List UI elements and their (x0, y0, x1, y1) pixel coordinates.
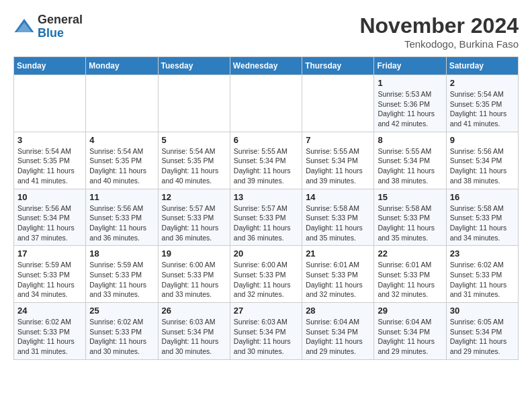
calendar-cell: 29Sunrise: 6:04 AM Sunset: 5:34 PM Dayli… (374, 303, 446, 360)
day-info: Sunrise: 5:54 AM Sunset: 5:35 PM Dayligh… (89, 146, 154, 186)
calendar-cell: 8Sunrise: 5:55 AM Sunset: 5:34 PM Daylig… (374, 132, 446, 189)
calendar-week-row: 3Sunrise: 5:54 AM Sunset: 5:35 PM Daylig… (14, 132, 519, 189)
day-info: Sunrise: 5:59 AM Sunset: 5:33 PM Dayligh… (89, 260, 154, 300)
calendar-cell (302, 75, 374, 132)
calendar-cell: 3Sunrise: 5:54 AM Sunset: 5:35 PM Daylig… (14, 132, 86, 189)
day-info: Sunrise: 5:56 AM Sunset: 5:34 PM Dayligh… (450, 146, 515, 186)
calendar-cell: 4Sunrise: 5:54 AM Sunset: 5:35 PM Daylig… (86, 132, 158, 189)
day-number: 9 (450, 135, 515, 145)
calendar-cell: 15Sunrise: 5:58 AM Sunset: 5:33 PM Dayli… (374, 189, 446, 246)
calendar-cell: 1Sunrise: 5:53 AM Sunset: 5:36 PM Daylig… (374, 75, 446, 132)
day-number: 6 (234, 135, 298, 145)
day-number: 2 (450, 78, 515, 88)
day-number: 11 (89, 192, 154, 202)
day-number: 16 (450, 192, 515, 202)
calendar-cell: 20Sunrise: 6:00 AM Sunset: 5:33 PM Dayli… (230, 246, 302, 303)
day-info: Sunrise: 6:03 AM Sunset: 5:34 PM Dayligh… (234, 317, 298, 357)
calendar-cell: 14Sunrise: 5:58 AM Sunset: 5:33 PM Dayli… (302, 189, 374, 246)
logo-general: General (38, 13, 83, 26)
calendar-cell: 9Sunrise: 5:56 AM Sunset: 5:34 PM Daylig… (446, 132, 518, 189)
calendar-week-row: 17Sunrise: 5:59 AM Sunset: 5:33 PM Dayli… (14, 246, 519, 303)
day-number: 22 (378, 248, 442, 259)
day-number: 30 (450, 306, 515, 316)
calendar-cell: 30Sunrise: 6:05 AM Sunset: 5:34 PM Dayli… (446, 303, 518, 360)
weekday-header-row: SundayMondayTuesdayWednesdayThursdayFrid… (14, 57, 519, 75)
weekday-header: Wednesday (230, 57, 302, 75)
calendar-cell: 25Sunrise: 6:02 AM Sunset: 5:33 PM Dayli… (86, 303, 158, 360)
logo-icon (13, 16, 35, 38)
day-info: Sunrise: 5:57 AM Sunset: 5:33 PM Dayligh… (234, 203, 298, 243)
calendar-cell (230, 75, 302, 132)
calendar-cell: 23Sunrise: 6:02 AM Sunset: 5:33 PM Dayli… (446, 246, 518, 303)
day-info: Sunrise: 5:54 AM Sunset: 5:35 PM Dayligh… (162, 146, 226, 186)
day-info: Sunrise: 6:02 AM Sunset: 5:33 PM Dayligh… (17, 317, 82, 357)
day-info: Sunrise: 5:55 AM Sunset: 5:34 PM Dayligh… (234, 146, 298, 186)
day-info: Sunrise: 6:05 AM Sunset: 5:34 PM Dayligh… (450, 317, 515, 357)
day-number: 29 (378, 306, 442, 316)
calendar-cell: 5Sunrise: 5:54 AM Sunset: 5:35 PM Daylig… (158, 132, 230, 189)
day-number: 3 (17, 135, 82, 145)
day-number: 7 (306, 135, 370, 145)
calendar-cell: 11Sunrise: 5:56 AM Sunset: 5:33 PM Dayli… (86, 189, 158, 246)
day-number: 20 (234, 248, 298, 259)
day-info: Sunrise: 5:58 AM Sunset: 5:33 PM Dayligh… (450, 203, 515, 243)
day-number: 1 (378, 78, 442, 88)
weekday-header: Friday (374, 57, 446, 75)
day-number: 26 (162, 306, 226, 316)
day-info: Sunrise: 5:54 AM Sunset: 5:35 PM Dayligh… (450, 89, 515, 129)
day-info: Sunrise: 5:56 AM Sunset: 5:33 PM Dayligh… (89, 203, 154, 243)
calendar-cell: 18Sunrise: 5:59 AM Sunset: 5:33 PM Dayli… (86, 246, 158, 303)
calendar-cell: 24Sunrise: 6:02 AM Sunset: 5:33 PM Dayli… (14, 303, 86, 360)
day-info: Sunrise: 5:55 AM Sunset: 5:34 PM Dayligh… (378, 146, 442, 186)
day-info: Sunrise: 5:57 AM Sunset: 5:33 PM Dayligh… (162, 203, 226, 243)
day-info: Sunrise: 5:54 AM Sunset: 5:35 PM Dayligh… (17, 146, 82, 186)
day-info: Sunrise: 6:02 AM Sunset: 5:33 PM Dayligh… (89, 317, 154, 357)
day-number: 25 (89, 306, 154, 316)
month-title: November 2024 (359, 13, 519, 38)
weekday-header: Monday (86, 57, 158, 75)
day-info: Sunrise: 5:58 AM Sunset: 5:33 PM Dayligh… (306, 203, 370, 243)
calendar-cell: 16Sunrise: 5:58 AM Sunset: 5:33 PM Dayli… (446, 189, 518, 246)
calendar-cell: 6Sunrise: 5:55 AM Sunset: 5:34 PM Daylig… (230, 132, 302, 189)
day-number: 19 (162, 248, 226, 259)
calendar-cell: 27Sunrise: 6:03 AM Sunset: 5:34 PM Dayli… (230, 303, 302, 360)
day-info: Sunrise: 6:04 AM Sunset: 5:34 PM Dayligh… (378, 317, 442, 357)
day-info: Sunrise: 6:03 AM Sunset: 5:34 PM Dayligh… (162, 317, 226, 357)
day-number: 12 (162, 192, 226, 202)
day-info: Sunrise: 6:00 AM Sunset: 5:33 PM Dayligh… (234, 260, 298, 300)
logo-text: General Blue (38, 13, 83, 40)
day-number: 5 (162, 135, 226, 145)
calendar-cell: 17Sunrise: 5:59 AM Sunset: 5:33 PM Dayli… (14, 246, 86, 303)
day-number: 23 (450, 248, 515, 259)
day-number: 27 (234, 306, 298, 316)
weekday-header: Saturday (446, 57, 518, 75)
page-header: General Blue November 2024 Tenkodogo, Bu… (13, 13, 519, 50)
day-info: Sunrise: 6:02 AM Sunset: 5:33 PM Dayligh… (450, 260, 515, 300)
location: Tenkodogo, Burkina Faso (359, 38, 519, 50)
day-number: 4 (89, 135, 154, 145)
calendar-cell: 2Sunrise: 5:54 AM Sunset: 5:35 PM Daylig… (446, 75, 518, 132)
calendar-cell: 21Sunrise: 6:01 AM Sunset: 5:33 PM Dayli… (302, 246, 374, 303)
weekday-header: Tuesday (158, 57, 230, 75)
calendar-week-row: 1Sunrise: 5:53 AM Sunset: 5:36 PM Daylig… (14, 75, 519, 132)
day-number: 18 (89, 248, 154, 259)
day-info: Sunrise: 6:01 AM Sunset: 5:33 PM Dayligh… (378, 260, 442, 300)
title-block: November 2024 Tenkodogo, Burkina Faso (359, 13, 519, 50)
day-info: Sunrise: 5:59 AM Sunset: 5:33 PM Dayligh… (17, 260, 82, 300)
day-number: 10 (17, 192, 82, 202)
calendar-cell (86, 75, 158, 132)
day-number: 24 (17, 306, 82, 316)
day-number: 15 (378, 192, 442, 202)
weekday-header: Sunday (14, 57, 86, 75)
calendar-cell: 28Sunrise: 6:04 AM Sunset: 5:34 PM Dayli… (302, 303, 374, 360)
day-number: 13 (234, 192, 298, 202)
calendar-cell: 12Sunrise: 5:57 AM Sunset: 5:33 PM Dayli… (158, 189, 230, 246)
logo: General Blue (13, 13, 83, 40)
calendar-cell: 22Sunrise: 6:01 AM Sunset: 5:33 PM Dayli… (374, 246, 446, 303)
day-info: Sunrise: 6:01 AM Sunset: 5:33 PM Dayligh… (306, 260, 370, 300)
calendar-table: SundayMondayTuesdayWednesdayThursdayFrid… (13, 56, 519, 360)
day-info: Sunrise: 5:55 AM Sunset: 5:34 PM Dayligh… (306, 146, 370, 186)
weekday-header: Thursday (302, 57, 374, 75)
calendar-cell: 26Sunrise: 6:03 AM Sunset: 5:34 PM Dayli… (158, 303, 230, 360)
day-number: 28 (306, 306, 370, 316)
